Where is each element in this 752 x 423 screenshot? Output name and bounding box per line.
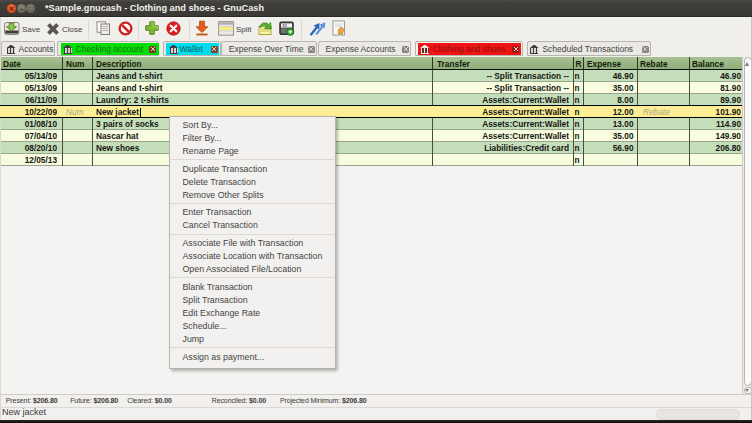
svg-text:31: 31 — [282, 23, 287, 28]
